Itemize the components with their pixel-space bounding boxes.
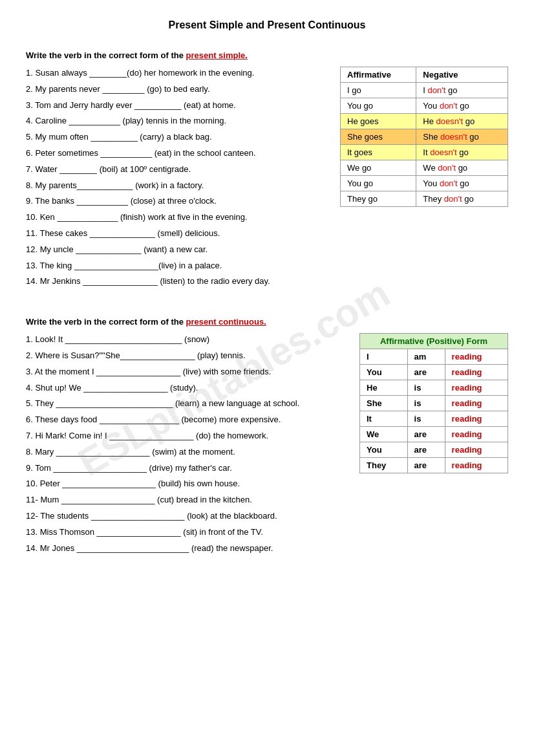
verb-cell: reading	[445, 442, 507, 458]
list-item: 11- Mum ____________________ (cut) bread…	[26, 493, 347, 507]
present-continuous-table: Affirmative (Positive) Form IamreadingYo…	[359, 333, 508, 473]
section1-title: Write the verb in the correct form of th…	[26, 50, 508, 60]
affirmative-cell: She goes	[341, 129, 416, 145]
list-item: 13. Miss Thomson __________________ (sit…	[26, 526, 347, 539]
pronoun-cell: They	[360, 458, 408, 473]
pronoun-cell: She	[360, 396, 408, 411]
verb-cell: reading	[445, 458, 507, 473]
list-item: 3. At the moment I __________________ (l…	[26, 365, 347, 379]
pronoun-cell: You	[360, 442, 408, 458]
affirmative-cell: You go	[341, 98, 416, 114]
list-item: 5. My mum often __________ (carry) a bla…	[26, 131, 327, 144]
list-item: 4. Caroline ___________ (play) tennis in…	[26, 114, 327, 128]
negative-cell: She doesn't go	[416, 129, 508, 145]
table-row: Sheisreading	[360, 396, 508, 411]
table2-header: Affirmative (Positive) Form	[360, 334, 508, 349]
affirmative-cell: They go	[341, 191, 416, 207]
table-row: He goesHe doesn't go	[341, 114, 508, 129]
list-item: 4. Shut up! We __________________ (study…	[26, 382, 347, 395]
section2-content: 1. Look! It _________________________ (s…	[26, 333, 508, 557]
col-negative: Negative	[416, 67, 508, 83]
auxiliary-cell: are	[407, 458, 445, 473]
pronoun-cell: He	[360, 380, 408, 396]
affirmative-cell: He goes	[341, 114, 416, 129]
auxiliary-cell: is	[407, 411, 445, 427]
table-row: You goYou don't go	[341, 176, 508, 191]
verb-cell: reading	[445, 411, 507, 427]
auxiliary-cell: are	[407, 365, 445, 380]
table-row: Itisreading	[360, 411, 508, 427]
section1-exercises: 1. Susan always ________(do) her homewor…	[26, 67, 327, 291]
section2-table-container: Affirmative (Positive) Form IamreadingYo…	[359, 333, 508, 557]
section2-exercises: 1. Look! It _________________________ (s…	[26, 333, 347, 557]
list-item: 9. Tom ____________________ (drive) my f…	[26, 462, 347, 475]
table-row: I goI don't go	[341, 83, 508, 98]
pronoun-cell: I	[360, 349, 408, 365]
table-row: Wearereading	[360, 427, 508, 442]
list-item: 11. These cakes ______________ (smell) d…	[26, 227, 327, 241]
verb-cell: reading	[445, 365, 507, 380]
table-row: We goWe don't go	[341, 160, 508, 176]
table-row: She goesShe doesn't go	[341, 129, 508, 145]
table-row: Iamreading	[360, 349, 508, 365]
negative-cell: You don't go	[416, 176, 508, 191]
list-item: 2. Where is Susan?""She________________ …	[26, 349, 347, 363]
table-row: Heisreading	[360, 380, 508, 396]
list-item: 3. Tom and Jerry hardly ever __________ …	[26, 99, 327, 113]
auxiliary-cell: are	[407, 427, 445, 442]
negative-cell: He doesn't go	[416, 114, 508, 129]
list-item: 1. Look! It _________________________ (s…	[26, 333, 347, 347]
list-item: 12. My uncle ______________ (want) a new…	[26, 243, 327, 257]
affirmative-cell: You go	[341, 176, 416, 191]
negative-cell: You don't go	[416, 98, 508, 114]
affirmative-cell: It goes	[341, 145, 416, 160]
verb-cell: reading	[445, 396, 507, 411]
list-item: 2. My parents never _________ (go) to be…	[26, 83, 327, 96]
negative-cell: We don't go	[416, 160, 508, 176]
list-item: 14. Mr Jenkins ________________ (listen)…	[26, 275, 327, 288]
verb-cell: reading	[445, 380, 507, 396]
list-item: 5. They _________________________ (learn…	[26, 397, 347, 411]
auxiliary-cell: is	[407, 396, 445, 411]
list-item: 14. Mr Jones ________________________ (r…	[26, 542, 347, 556]
verb-cell: reading	[445, 349, 507, 365]
col-affirmative: Affirmative	[341, 67, 416, 83]
list-item: 10. Ken _____________ (finish) work at f…	[26, 211, 327, 224]
table-row: Theyarereading	[360, 458, 508, 473]
list-item: 13. The king __________________(live) in…	[26, 259, 327, 273]
list-item: 7. Water ________ (boil) at 100º centigr…	[26, 163, 327, 177]
auxiliary-cell: are	[407, 442, 445, 458]
pronoun-cell: It	[360, 411, 408, 427]
pronoun-cell: We	[360, 427, 408, 442]
section2: Write the verb in the correct form of th…	[26, 317, 508, 557]
table-row: They goThey don't go	[341, 191, 508, 207]
pronoun-cell: You	[360, 365, 408, 380]
table-row: Youarereading	[360, 365, 508, 380]
section2-title: Write the verb in the correct form of th…	[26, 317, 508, 327]
page-title: Present Simple and Present Continuous	[26, 19, 508, 31]
table-row: Youarereading	[360, 442, 508, 458]
affirmative-cell: I go	[341, 83, 416, 98]
list-item: 12- The students ____________________ (l…	[26, 510, 347, 523]
auxiliary-cell: am	[407, 349, 445, 365]
list-item: 8. My parents____________ (work) in a fa…	[26, 179, 327, 193]
section1-table-container: Affirmative Negative I goI don't goYou g…	[340, 67, 508, 291]
table-row: It goesIt doesn't go	[341, 145, 508, 160]
negative-cell: It doesn't go	[416, 145, 508, 160]
list-item: 1. Susan always ________(do) her homewor…	[26, 67, 327, 80]
section1: Write the verb in the correct form of th…	[26, 50, 508, 291]
list-item: 7. Hi Mark! Come in! I _________________…	[26, 429, 347, 443]
list-item: 6. Peter sometimes ___________ (eat) in …	[26, 147, 327, 160]
list-item: 6. These days food _________________ (be…	[26, 413, 347, 427]
auxiliary-cell: is	[407, 380, 445, 396]
negative-cell: I don't go	[416, 83, 508, 98]
list-item: 10. Peter ____________________ (build) h…	[26, 477, 347, 491]
section1-content: 1. Susan always ________(do) her homewor…	[26, 67, 508, 291]
list-item: 8. Mary ____________________ (swim) at t…	[26, 446, 347, 459]
affirmative-cell: We go	[341, 160, 416, 176]
present-simple-table: Affirmative Negative I goI don't goYou g…	[340, 67, 508, 207]
verb-cell: reading	[445, 427, 507, 442]
list-item: 9. The banks ___________ (close) at thre…	[26, 195, 327, 208]
table-row: You goYou don't go	[341, 98, 508, 114]
negative-cell: They don't go	[416, 191, 508, 207]
